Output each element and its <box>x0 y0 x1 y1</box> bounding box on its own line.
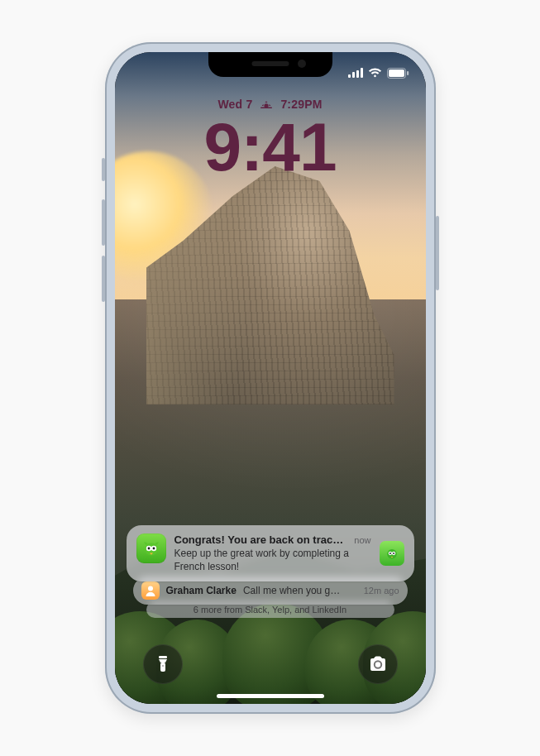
svg-rect-3 <box>361 68 363 78</box>
svg-point-15 <box>152 547 155 549</box>
camera-button[interactable] <box>358 644 398 684</box>
svg-point-14 <box>147 547 150 549</box>
notif-title: Congrats! You are back on track! 👋 <box>174 534 348 546</box>
lock-header: Wed 7 7:29PM <box>115 97 426 181</box>
duolingo-icon <box>136 534 166 563</box>
notification-more-label: 6 more from Slack, Yelp, and LinkedIn <box>194 605 346 615</box>
notif-time: now <box>354 535 370 545</box>
svg-rect-2 <box>356 70 359 78</box>
camera-icon <box>368 656 388 672</box>
device-stage: Wed 7 7:29PM <box>0 0 540 756</box>
notification-primary[interactable]: Congrats! You are back on track! 👋 now K… <box>127 525 414 581</box>
volume-up-button[interactable] <box>102 199 105 246</box>
svg-rect-6 <box>407 71 409 75</box>
svg-rect-9 <box>262 104 265 106</box>
battery-icon <box>387 68 409 79</box>
flashlight-icon <box>155 655 171 673</box>
svg-rect-1 <box>352 72 355 78</box>
svg-rect-22 <box>159 656 167 658</box>
lock-clock: 9:41 <box>115 113 426 181</box>
notification-stack[interactable]: Congrats! You are back on track! 👋 now K… <box>127 525 414 626</box>
sunset-icon <box>260 99 272 109</box>
screen: Wed 7 7:29PM <box>115 52 426 704</box>
power-button[interactable] <box>436 216 439 290</box>
svg-rect-0 <box>348 74 351 78</box>
cellular-icon <box>348 68 363 78</box>
svg-rect-10 <box>269 104 271 106</box>
phone-frame: Wed 7 7:29PM <box>105 42 436 714</box>
flashlight-button[interactable] <box>143 644 183 684</box>
notif-preview: Call me when you g… <box>243 585 357 596</box>
home-indicator[interactable] <box>217 694 324 698</box>
svg-rect-8 <box>260 108 272 108</box>
person-avatar-icon <box>141 581 160 600</box>
status-right <box>348 68 409 79</box>
notch <box>208 52 332 77</box>
wifi-icon <box>368 68 382 78</box>
lock-bottom-controls <box>115 644 426 684</box>
notif-time: 12m ago <box>364 586 399 596</box>
svg-point-20 <box>393 553 394 554</box>
mute-switch[interactable] <box>102 158 105 181</box>
svg-point-19 <box>389 553 391 554</box>
volume-down-button[interactable] <box>102 256 105 302</box>
svg-point-24 <box>161 665 163 667</box>
duolingo-owl-icon <box>380 541 404 566</box>
notif-sender: Graham Clarke <box>166 585 237 596</box>
svg-rect-23 <box>160 663 165 672</box>
svg-point-21 <box>148 586 153 591</box>
svg-rect-5 <box>389 69 404 77</box>
notif-body: Keep up the great work by completing a F… <box>174 547 371 573</box>
